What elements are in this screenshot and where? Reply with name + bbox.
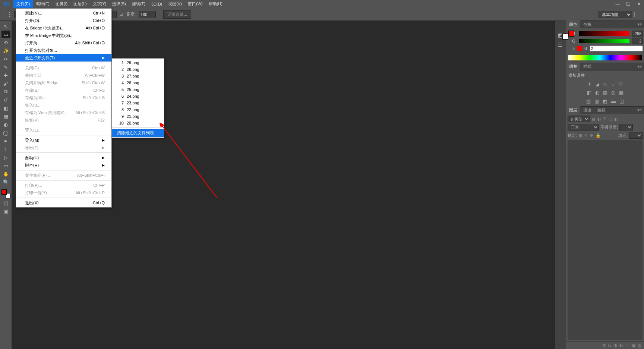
recent-file-item[interactable]: 525.png [112,86,164,93]
exposure-icon[interactable]: ☼ [611,81,615,87]
close-icon[interactable]: ✕ [634,1,644,7]
filter-pixel-icon[interactable]: ▦ [591,117,595,122]
fill-select[interactable] [629,132,643,139]
refine-edge-button[interactable]: 调整边缘... [163,10,191,19]
blue-input[interactable] [590,45,643,51]
posterize-icon[interactable]: ▥ [594,98,599,104]
filter-kind-select[interactable]: ρ 类型 [568,116,590,122]
panel-menu-icon[interactable]: ▾≡ [635,108,644,113]
filter-smart-icon[interactable]: ◧ [614,117,618,122]
lock-pos-icon[interactable]: ✥ [590,133,593,138]
file-menu-item[interactable]: 打开为智能对象... [16,47,111,54]
dodge-tool-icon[interactable]: ◯ [1,129,10,136]
menu-edit[interactable]: 编辑(E) [33,0,53,8]
file-menu-item[interactable]: 在 Mini Bridge 中浏览(G)... [16,32,111,39]
blend-mode-select[interactable]: 正常 [568,124,599,131]
tab-paths[interactable]: 路径 [594,106,609,114]
shape-tool-icon[interactable]: ▭ [1,162,10,169]
curves-icon[interactable]: ∿ [603,81,607,87]
file-menu-item[interactable]: 退出(X)Ctrl+Q [16,199,111,207]
menu-window[interactable]: 窗口(W) [185,0,206,8]
file-menu-item[interactable]: 打开(O)...Ctrl+O [16,17,111,24]
recent-file-item[interactable]: 723.png [112,100,164,106]
recent-file-item[interactable]: 327.png [112,73,164,79]
gamut-warning-icon[interactable]: ⚠ [572,47,575,51]
blur-tool-icon[interactable]: ◐ [1,121,10,128]
balance-icon[interactable]: ◐ [595,90,599,95]
history-brush-icon[interactable]: ↺ [1,96,10,104]
bw-icon[interactable]: ▨ [603,90,607,95]
gradient-map-icon[interactable]: ▬ [611,98,616,104]
fx-icon[interactable]: fx [608,343,611,348]
recent-file-item[interactable]: 1020.png [112,120,164,126]
menu-3d[interactable]: 3D(D) [148,1,165,7]
foreground-color[interactable] [1,189,7,195]
screenmode-icon[interactable]: ▣ [1,207,10,215]
menu-layer[interactable]: 图层(L) [70,0,89,8]
delete-layer-icon[interactable]: 🗑 [638,343,642,348]
recent-file-item[interactable]: 228.png [112,66,164,73]
file-menu-item[interactable]: 脚本(R)▶ [16,161,111,169]
panel-menu-icon[interactable]: ▾≡ [635,64,644,69]
tab-layers[interactable]: 图层 [566,106,580,114]
file-menu-item[interactable]: 导入(M)▶ [16,136,111,144]
file-menu-item[interactable]: 新建(N)...Ctrl+N [16,9,111,17]
levels-icon[interactable]: ◢ [596,81,599,87]
menu-filter[interactable]: 滤镜(T) [129,0,148,8]
height-input[interactable] [139,11,156,18]
type-tool-icon[interactable]: T [1,145,10,153]
pen-tool-icon[interactable]: ✒ [1,137,10,145]
lasso-tool-icon[interactable]: ⟲ [1,39,10,46]
color-swatches[interactable] [1,189,10,198]
recent-file-item[interactable]: 921.png [112,113,164,120]
filter-type-icon[interactable]: T [603,117,606,122]
menu-view[interactable]: 视图(V) [165,0,185,8]
channel-mixer-icon[interactable]: ▦ [619,90,624,95]
swap-dimensions-icon[interactable]: ⇄ [120,12,123,17]
tab-color[interactable]: 颜色 [566,21,580,28]
tab-styles[interactable]: 样式 [580,63,594,70]
green-slider[interactable] [579,39,629,43]
workspace-select[interactable]: 基本功能 [599,11,632,18]
lock-paint-icon[interactable]: ✎ [584,133,588,138]
selective-color-icon[interactable]: ◫ [619,98,624,104]
wand-tool-icon[interactable]: ✨ [1,47,10,54]
dock-icon[interactable] [634,12,641,17]
new-group-icon[interactable]: 🗀 [625,343,629,348]
path-select-icon[interactable]: ▷ [1,154,10,161]
panel-menu-icon[interactable]: ▾≡ [635,22,644,27]
gradient-tool-icon[interactable]: ▦ [1,113,10,120]
zoom-tool-icon[interactable]: 🔍 [1,178,10,186]
heal-tool-icon[interactable]: ✚ [1,72,10,79]
recent-file-item[interactable]: 129.png [112,59,164,66]
recent-file-item[interactable]: 624.png [112,93,164,100]
menu-image[interactable]: 图像(I) [53,0,70,8]
file-menu-item[interactable]: 在 Bridge 中浏览(B)...Alt+Ctrl+O [16,24,111,32]
properties-panel-icon[interactable]: ☲ [558,42,563,48]
opacity-select[interactable] [619,124,633,131]
tab-adjustments[interactable]: 调整 [566,63,580,70]
marquee-tool-icon[interactable]: ▭ [1,31,10,38]
move-tool-icon[interactable]: ↖ [1,22,10,30]
recent-file-item[interactable]: 426.png [112,79,164,86]
tab-swatches[interactable]: 色板 [580,21,594,28]
filter-shape-icon[interactable]: ▢ [608,117,612,122]
filter-adjust-icon[interactable]: ◐ [597,117,601,122]
brightness-icon[interactable]: ☀ [587,81,592,87]
new-fill-icon[interactable]: ◐ [619,343,623,348]
gamut-swatch[interactable] [577,46,582,51]
tab-channels[interactable]: 通道 [580,106,594,114]
stamp-tool-icon[interactable]: ⧉ [1,88,10,95]
file-menu-item[interactable]: 打开为...Alt+Shift+Ctrl+O [16,39,111,47]
link-layers-icon[interactable]: ⧉ [603,343,606,348]
hue-icon[interactable]: ◧ [587,90,591,95]
threshold-icon[interactable]: ◩ [603,98,607,104]
invert-icon[interactable]: ▤ [586,98,591,104]
file-menu-item[interactable]: 最近打开文件(T)▶ [16,54,111,62]
marquee-tool-icon[interactable] [3,12,10,17]
maximize-icon[interactable]: ☐ [623,1,634,7]
recent-file-item[interactable]: 822.png [112,106,164,113]
green-input[interactable] [632,38,643,44]
hand-tool-icon[interactable]: ✋ [1,170,10,177]
eraser-tool-icon[interactable]: ◧ [1,104,10,112]
